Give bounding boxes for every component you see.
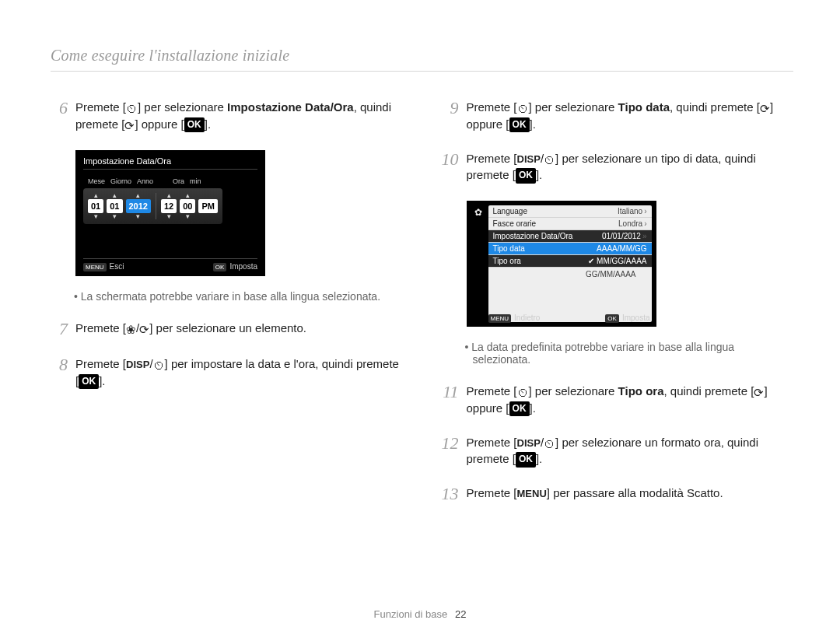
step-9: 9 Premete [⏲] per selezionare Tipo data,… <box>442 99 794 133</box>
text: ]. <box>99 374 105 387</box>
check-icon: ✔ <box>588 257 597 265</box>
step-8: 8 Premete [DISP/⏲] per impostare la data… <box>51 356 403 390</box>
text: ]. <box>530 117 536 131</box>
footer-right-label: Imposta <box>229 262 257 271</box>
ok-icon: OK <box>516 452 536 467</box>
text: , quindi premete [ <box>670 100 760 114</box>
timer-right-icon: ⏲ <box>153 358 165 371</box>
text: ]. <box>205 117 211 131</box>
text: ]. <box>536 452 542 465</box>
text: ]. <box>530 401 536 415</box>
chevron-up-icon[interactable]: ▴ <box>113 192 117 199</box>
left-column: 6 Premete [⏲] per selezionare Impostazio… <box>51 99 403 520</box>
chevron-right-icon: › <box>644 207 646 215</box>
text: ] per selezionare <box>529 384 618 398</box>
label-giorno: Giorno <box>110 177 131 185</box>
value-giorno: 01 <box>107 199 122 213</box>
chevron-up-icon[interactable]: ▴ <box>136 192 140 199</box>
disp-icon: DISP <box>517 436 541 451</box>
label-anno: Anno <box>137 177 153 185</box>
chevron-down-icon[interactable]: ▾ <box>113 213 117 220</box>
footer-left-label: Indietro <box>514 313 540 322</box>
text: ] per selezionare <box>138 100 227 114</box>
text: ] per selezionare un elemento. <box>149 321 306 335</box>
screen-title: Impostazione Data/Ora <box>83 156 257 166</box>
value-min: 00 <box>180 199 195 213</box>
step-10: 10 Premete [DISP/⏲] per selezionare un t… <box>442 150 794 184</box>
step-12: 12 Premete [DISP/⏲] per selezionare un f… <box>442 434 794 468</box>
text: ] per selezionare <box>529 100 618 114</box>
gear-icon: ✿ <box>474 207 482 218</box>
value-anno: 2012 <box>126 199 151 213</box>
ok-icon: OK <box>509 401 530 416</box>
chevron-up-icon[interactable]: ▴ <box>167 192 171 199</box>
ok-icon: OK <box>509 117 530 132</box>
chevron-down-icon[interactable]: ▾ <box>186 213 190 220</box>
text: Premete [ <box>75 357 126 370</box>
text: Premete [ <box>75 100 126 114</box>
text-bold: Tipo data <box>618 100 670 114</box>
text: Premete [ <box>467 152 517 165</box>
ok-tag-icon: OK <box>213 263 227 271</box>
menu-row-datetype[interactable]: Tipo dataAAAA/MM/GG <box>488 243 652 255</box>
menu-row-language[interactable]: LanguageItaliano› <box>488 205 652 218</box>
menu-tag-icon: MENU <box>488 314 512 323</box>
timer-right-icon: ⏲ <box>126 102 138 115</box>
timer-down-icon: ⟳ <box>760 102 770 115</box>
menu-row-timezone[interactable]: Fasce orarieLondra› <box>488 218 652 230</box>
step-number: 12 <box>442 434 459 468</box>
text: Premete [ <box>467 436 517 449</box>
chevron-down-icon[interactable]: ▾ <box>136 213 140 220</box>
text: ] oppure [ <box>135 117 184 131</box>
note-2: La data predefinita potrebbe variare in … <box>467 341 794 366</box>
menu-icon: MENU <box>517 487 547 502</box>
step-11: 11 Premete [⏲] per selezionare Tipo ora,… <box>442 383 794 417</box>
chevron-right-icon: › <box>644 219 646 228</box>
menu-tag-icon: MENU <box>83 263 107 271</box>
right-column: 9 Premete [⏲] per selezionare Tipo data,… <box>442 99 794 520</box>
macro-icon: ❀ <box>126 322 136 335</box>
footer-left-label: Esci <box>110 262 124 271</box>
step-number: 6 <box>51 99 68 133</box>
text: Premete [ <box>467 486 517 499</box>
text: ] per passare alla modalità Scatto. <box>547 486 723 499</box>
menu-row-option[interactable]: GG/MM/AAAA <box>488 268 652 280</box>
value-mese: 01 <box>88 199 103 213</box>
timer-right-icon: ⏲ <box>517 386 529 399</box>
timer-down-icon: ⟳ <box>754 386 764 399</box>
double-chevron-right-icon: » <box>642 232 647 240</box>
timer-down-icon: ⟳ <box>139 322 149 335</box>
ok-icon: OK <box>184 117 205 132</box>
footer-label: Funzioni di base <box>374 608 448 620</box>
timer-down-icon: ⟳ <box>124 118 135 131</box>
step-number: 8 <box>51 356 68 390</box>
menu-row-timetype[interactable]: Tipo ora✔ MM/GG/AAAA <box>488 255 652 268</box>
step-number: 7 <box>51 320 68 338</box>
camera-screen-datetime: Impostazione Data/Ora Mese Giorno Anno O… <box>75 150 265 276</box>
timer-right-icon: ⏲ <box>544 436 555 450</box>
chevron-up-icon[interactable]: ▴ <box>94 192 98 199</box>
datetime-spinner[interactable]: ▴01▾ ▴01▾ ▴2012▾ ▴12▾ ▴00▾ ▴PM▾ <box>83 188 222 224</box>
label-mese: Mese <box>88 177 105 185</box>
menu-row-datetime[interactable]: Impostazione Data/Ora01/01/2012» <box>488 230 652 243</box>
step-number: 9 <box>442 99 459 133</box>
footer-right-label: Imposta <box>622 313 650 322</box>
camera-screen-menu: ✿ LanguageItaliano› Fasce orarieLondra› … <box>467 201 656 327</box>
chevron-down-icon[interactable]: ▾ <box>167 213 171 220</box>
step-number: 11 <box>442 383 459 417</box>
label-ora: Ora <box>173 177 184 185</box>
text: Premete [ <box>467 384 517 398</box>
ok-tag-icon: OK <box>605 314 619 323</box>
text: Premete [ <box>467 100 517 114</box>
step-6: 6 Premete [⏲] per selezionare Impostazio… <box>51 99 403 133</box>
text: , quindi premete [ <box>664 384 754 398</box>
text-bold: Impostazione Data/Ora <box>227 100 354 114</box>
label-min: min <box>190 177 201 185</box>
step-13: 13 Premete [MENU] per passare alla modal… <box>442 485 794 503</box>
chevron-down-icon[interactable]: ▾ <box>94 213 98 220</box>
note-1: La schermata potrebbe variare in base al… <box>75 290 403 303</box>
text: ]. <box>536 168 542 181</box>
chevron-up-icon[interactable]: ▴ <box>186 192 190 199</box>
disp-icon: DISP <box>517 152 541 167</box>
text-bold: Tipo ora <box>618 384 664 398</box>
